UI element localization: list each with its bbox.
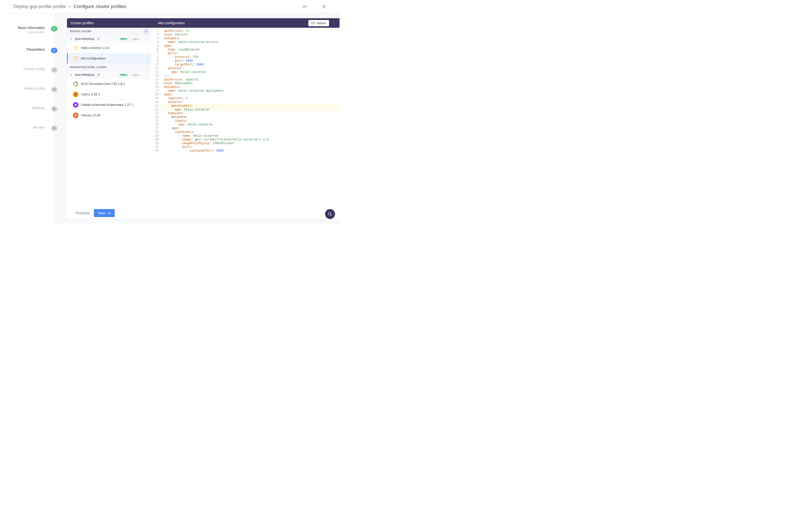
step-title: Basic information <box>18 26 45 30</box>
wizard-step[interactable]: Basic informationgcp-cluster1 <box>0 26 54 34</box>
breadcrumb-current: Configure cluster profiles <box>74 4 126 9</box>
breadcrumb-root: Deploy gcp-profile profile <box>14 4 66 9</box>
chevron-down-icon: ▾ <box>71 73 73 76</box>
step-title: Nodes config <box>24 87 45 90</box>
addon-layers-section-header: ADDON LAYERS <box>67 28 151 35</box>
svg-point-2 <box>74 93 77 96</box>
wizard-step[interactable]: Settings5 <box>0 106 54 112</box>
layer-row[interactable]: Ubuntu 22.04› <box>67 110 151 121</box>
step-title: Parameters <box>27 48 45 52</box>
layer-label: hello-universe 1.0.0 <box>81 46 145 50</box>
chevron-right-icon: › <box>147 103 148 107</box>
plus-icon <box>145 30 147 33</box>
step-title: Cluster config <box>23 67 45 71</box>
chevron-right-icon: › <box>147 93 148 96</box>
link-icon: 🔗 <box>97 73 100 76</box>
chevron-down-icon: ▾ <box>140 74 141 76</box>
addon-profile-row[interactable]: ▾ GCP-PROFILE 🔗 PROJ 1.0.0 ▾ ⋮ <box>67 35 151 43</box>
next-label: Next <box>98 211 105 215</box>
svg-point-4 <box>76 93 76 94</box>
close-button[interactable] <box>322 4 326 9</box>
wizard-step[interactable]: Parameters2 <box>0 48 54 54</box>
svg-point-9 <box>77 115 78 116</box>
chevron-down-icon: ▾ <box>71 37 73 40</box>
project-badge: PROJ <box>119 73 128 77</box>
layer-label: Ubuntu 22.04 <box>81 113 145 117</box>
wizard-step[interactable]: Review6 <box>0 126 54 131</box>
version-select[interactable]: 1.0.0 ▾ <box>130 37 143 41</box>
layer-label: GCE Persistent Disk CSI 1.8.2 <box>81 82 145 86</box>
svg-point-10 <box>74 114 75 115</box>
version-value: 1.0.0 <box>132 37 138 40</box>
breadcrumb-separator: > <box>69 4 71 9</box>
code-more-menu-button[interactable]: ⋮ <box>331 21 337 25</box>
values-label: Values <box>316 21 326 25</box>
chevron-right-icon: › <box>147 114 148 117</box>
kubernetes-icon: ✱ <box>73 102 78 108</box>
code-panel: k8s-configuration Values ⋮ 1234567891011… <box>151 18 340 207</box>
layer-row[interactable]: Calico 3.26.3› <box>67 89 151 100</box>
ubuntu-icon <box>73 113 78 118</box>
chevron-right-icon: › <box>147 82 148 86</box>
next-button[interactable]: Next <box>94 209 115 217</box>
version-value: 1.0.0 <box>132 73 138 76</box>
svg-point-3 <box>75 93 75 94</box>
header: Deploy gcp-profile profile > Configure c… <box>0 0 340 13</box>
help-fab[interactable] <box>325 209 335 219</box>
values-button[interactable]: Values <box>308 20 329 26</box>
layer-label: Calico 3.26.3 <box>81 92 145 96</box>
layer-row[interactable]: ✱Palette eXtended Kubernetes 1.27.7› <box>67 100 151 110</box>
more-menu-button[interactable]: ⋮ <box>145 73 149 77</box>
chevron-right-icon: › <box>147 57 148 60</box>
wizard-step[interactable]: Nodes config4 <box>0 87 54 92</box>
add-addon-layer-button[interactable] <box>144 29 148 34</box>
svg-point-11 <box>74 116 75 117</box>
breadcrumb: Deploy gcp-profile profile > Configure c… <box>14 4 126 9</box>
layer-row[interactable]: hello-universe 1.0.0› <box>67 43 151 53</box>
code-lines: apiVersion: v1kind: Servicemetadata: nam… <box>161 28 340 207</box>
step-title: Review <box>33 126 45 129</box>
svg-text:✱: ✱ <box>74 103 77 107</box>
version-select[interactable]: 1.0.0 ▾ <box>130 73 143 77</box>
more-menu-button[interactable]: ⋮ <box>145 37 149 41</box>
infra-layers-label: INFRASTRUCTURE LAYERS <box>70 66 107 69</box>
calico-icon <box>73 92 78 97</box>
profile-name: GCP-PROFILE <box>75 37 94 40</box>
wizard-steps: Basic informationgcp-cluster1Parameters2… <box>0 13 54 224</box>
previous-button[interactable]: Previous <box>75 209 91 217</box>
line-gutter: 1234567891011121314151617181920212223242… <box>151 28 161 207</box>
document-icon <box>73 45 78 51</box>
arrow-right-icon <box>107 212 111 214</box>
code-panel-title: k8s-configuration <box>158 21 185 25</box>
profiles-panel-title: Cluster profiles <box>67 18 151 28</box>
disk-icon <box>73 81 78 87</box>
chevron-down-icon: ▾ <box>140 38 141 40</box>
layer-label: k8s-configuration <box>81 56 145 60</box>
layer-row[interactable]: GCE Persistent Disk CSI 1.8.2› <box>67 79 151 89</box>
layer-label: Palette eXtended Kubernetes 1.27.7 <box>81 103 145 107</box>
link-icon: 🔗 <box>97 37 100 40</box>
infra-layers-section-header: INFRASTRUCTURE LAYERS <box>67 64 151 71</box>
header-divider <box>314 4 315 9</box>
wizard-footer: Previous Next <box>67 207 340 219</box>
document-icon <box>73 56 78 61</box>
code-panel-header: k8s-configuration Values ⋮ <box>151 18 340 28</box>
profile-name: GCP-PROFILE <box>75 73 94 76</box>
wizard-step[interactable]: Cluster config3 <box>0 67 54 73</box>
project-badge: PROJ <box>119 37 128 41</box>
step-subtitle: gcp-cluster <box>18 30 45 34</box>
chevron-right-icon: › <box>147 46 148 50</box>
search-icon <box>328 212 332 216</box>
step-title: Settings <box>32 106 45 110</box>
addon-layers-label: ADDON LAYERS <box>70 30 91 33</box>
api-link[interactable]: API <box>302 5 307 8</box>
layer-row[interactable]: k8s-configuration› <box>67 53 151 64</box>
code-icon <box>311 21 315 24</box>
profiles-panel: Cluster profiles ADDON LAYERS ▾ GCP-PROF… <box>67 18 151 207</box>
close-icon <box>322 5 326 8</box>
infra-profile-row[interactable]: ▾ GCP-PROFILE 🔗 PROJ 1.0.0 ▾ ⋮ <box>67 71 151 79</box>
code-editor[interactable]: 1234567891011121314151617181920212223242… <box>151 28 340 207</box>
